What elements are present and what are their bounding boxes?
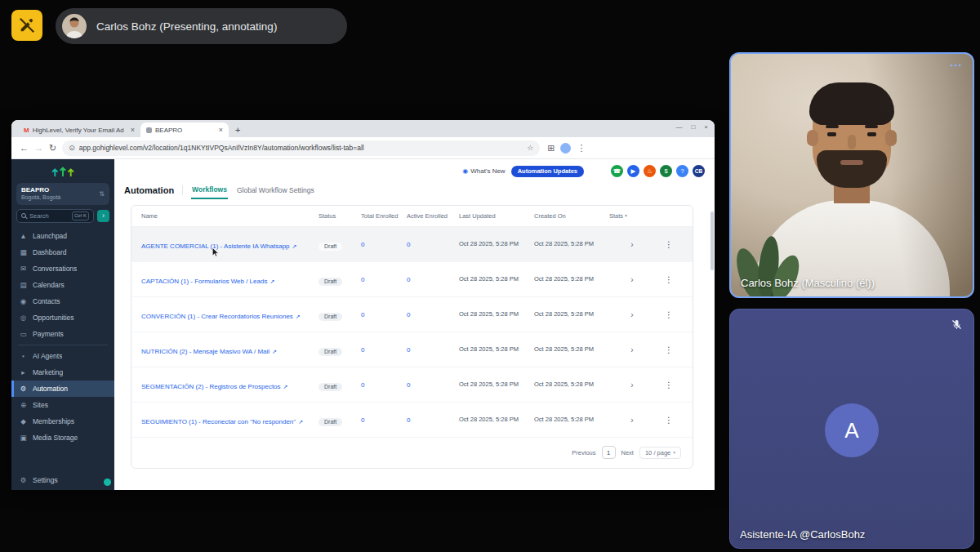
sidebar-item-launchpad[interactable]: ▲Launchpad <box>11 228 114 244</box>
workflow-name-link[interactable]: SEGUIMIENTO (1) - Reconectar con "No res… <box>141 418 296 425</box>
row-expand-chevron[interactable]: › <box>609 310 655 319</box>
sidebar-item-marketing[interactable]: ▸Marketing <box>11 364 114 381</box>
sidebar-item-memberships[interactable]: ◆Memberships <box>11 413 114 430</box>
profile-avatar[interactable]: CB <box>693 165 705 177</box>
table-row[interactable]: SEGMENTACIÓN (2) - Registros de Prospect… <box>131 367 693 403</box>
row-menu-icon[interactable]: ⋮ <box>655 310 683 319</box>
sidebar-item-settings[interactable]: ⚙ Settings <box>11 470 114 490</box>
sidebar-item-payments[interactable]: ▭Payments <box>11 326 114 342</box>
column-name[interactable]: Name <box>141 212 318 220</box>
account-switcher[interactable]: BEAPRO Bogotá, Bogotá ⇅ <box>16 183 109 205</box>
external-link-icon[interactable]: ↗ <box>283 384 288 390</box>
workflow-name-link[interactable]: AGENTE COMERCIAL (1) - Asistente IA What… <box>141 243 290 250</box>
phone-icon[interactable]: ☎ <box>611 165 623 177</box>
promotions-icon[interactable]: ♨ <box>644 165 656 177</box>
site-info-icon[interactable]: ⊙ <box>69 144 75 152</box>
column-created-on[interactable]: Created On <box>534 212 609 220</box>
whats-new-link[interactable]: ◉ What's New <box>462 167 505 175</box>
row-menu-icon[interactable]: ⋮ <box>655 275 683 284</box>
back-button[interactable]: ← <box>20 143 29 153</box>
row-menu-icon[interactable]: ⋮ <box>655 240 683 249</box>
scrollbar[interactable] <box>710 211 714 270</box>
workflow-name-link[interactable]: SEGMENTACIÓN (2) - Registros de Prospect… <box>141 383 281 390</box>
table-row[interactable]: CAPTACIÓN (1) - Formularios Web / Leads↗… <box>131 262 693 297</box>
close-window-button[interactable]: × <box>704 123 708 131</box>
external-link-icon[interactable]: ↗ <box>272 349 277 354</box>
row-expand-chevron[interactable]: › <box>609 381 655 390</box>
video-tile-asistente[interactable]: A Asistente-IA @CarlosBohz <box>729 309 974 549</box>
reload-button[interactable]: ↻ <box>49 143 56 154</box>
maximize-button[interactable]: □ <box>691 123 695 131</box>
workflow-name-link[interactable]: NUTRICIÓN (2) - Mensaje Masivo WA / Mail <box>141 348 270 355</box>
sidebar-item-calendars[interactable]: ▤Calendars <box>11 277 114 293</box>
presenter-bar[interactable]: Carlos Bohz (Presenting, annotating) <box>56 8 347 44</box>
mic-off-icon <box>951 318 963 331</box>
settings-icon: ⚙ <box>19 476 28 484</box>
external-link-icon[interactable]: ↗ <box>298 419 303 425</box>
forward-button[interactable]: → <box>34 143 43 153</box>
column-status[interactable]: Status <box>318 212 361 220</box>
workflow-name-link[interactable]: CAPTACIÓN (1) - Formularios Web / Leads <box>141 278 267 285</box>
row-expand-chevron[interactable]: › <box>609 275 655 284</box>
annotation-toggle-button[interactable] <box>11 10 42 41</box>
automation-updates-badge[interactable]: Automation Updates <box>511 166 584 177</box>
browser-tab-beapro[interactable]: BEAPRO × <box>140 122 229 137</box>
sidebar-item-conversations[interactable]: ✉Conversations <box>11 260 114 277</box>
external-link-icon[interactable]: ↗ <box>270 278 274 284</box>
sidebar-item-opportunities[interactable]: ◎Opportunities <box>11 309 114 326</box>
next-page-button[interactable]: Next <box>621 449 634 456</box>
column-last-updated[interactable]: Last Updated <box>459 212 534 220</box>
opportunities-icon: ◎ <box>19 314 28 322</box>
external-link-icon[interactable]: ↗ <box>292 243 297 249</box>
bookmark-star-icon[interactable]: ☆ <box>527 144 533 152</box>
column-total-enrolled[interactable]: Total Enrolled <box>361 212 407 220</box>
name-cell: SEGUIMIENTO (1) - Reconectar con "No res… <box>141 412 318 428</box>
external-link-icon[interactable]: ↗ <box>296 314 301 319</box>
row-menu-icon[interactable]: ⋮ <box>655 345 683 354</box>
previous-page-button[interactable]: Previous <box>572 449 595 456</box>
sidebar-item-label: Memberships <box>33 417 74 425</box>
table-row[interactable]: AGENTE COMERCIAL (1) - Asistente IA What… <box>131 227 693 262</box>
page-number[interactable]: 1 <box>602 446 616 459</box>
sidebar-item-ai-agents[interactable]: ⋆AI Agents <box>11 348 114 364</box>
sidebar-item-automation[interactable]: ⚙Automation <box>11 381 114 397</box>
table-row[interactable]: SEGUIMIENTO (1) - Reconectar con "No res… <box>131 403 693 438</box>
help-icon[interactable]: ? <box>676 165 688 177</box>
sidebar-item-dashboard[interactable]: ▦Dashboard <box>11 244 114 260</box>
table-row[interactable]: NUTRICIÓN (2) - Mensaje Masivo WA / Mail… <box>131 332 693 367</box>
row-menu-icon[interactable]: ⋮ <box>655 416 683 425</box>
new-tab-button[interactable]: + <box>235 125 240 135</box>
automation-icon: ⚙ <box>19 385 28 393</box>
row-menu-icon[interactable]: ⋮ <box>655 381 683 390</box>
search-input[interactable]: Search Ctrl K <box>16 209 94 223</box>
column-active-enrolled[interactable]: Active Enrolled <box>407 212 459 220</box>
row-expand-chevron[interactable]: › <box>609 345 655 354</box>
sidebar-toggle-button[interactable]: › <box>97 210 109 222</box>
close-tab-icon[interactable]: × <box>219 126 223 134</box>
column-stats[interactable]: Stats▾ <box>609 212 655 220</box>
browser-tab-gmail[interactable]: M HighLevel, Verify Your Email Ad × <box>18 122 140 137</box>
row-expand-chevron[interactable]: › <box>609 240 655 249</box>
sidebar-item-media-storage[interactable]: ▣Media Storage <box>11 430 114 446</box>
row-expand-chevron[interactable]: › <box>609 416 655 425</box>
sidebar-item-label: Opportunities <box>33 314 74 322</box>
sidebar-item-sites[interactable]: ⊕Sites <box>11 397 114 413</box>
contacts-icon: ◉ <box>19 297 28 305</box>
academy-icon[interactable]: ▶ <box>627 165 639 177</box>
address-bar[interactable]: ⊙ app.gohighlevel.com/v2/location/1q1NKY… <box>62 140 540 156</box>
close-tab-icon[interactable]: × <box>131 126 135 134</box>
per-page-select[interactable]: 10 / page▾ <box>639 447 681 459</box>
sidebar-item-contacts[interactable]: ◉Contacts <box>11 293 114 309</box>
caret-down-icon: ▾ <box>673 450 675 455</box>
table-row[interactable]: CONVERCIÓN (1) - Crear Recordatorios Reu… <box>131 297 693 332</box>
video-tile-carlos[interactable]: ⋯ Carlos Bohz (Masculino (él)) <box>729 52 974 298</box>
browser-menu-icon[interactable]: ⋮ <box>577 143 586 154</box>
tab-workflows[interactable]: Workflows <box>191 181 228 199</box>
tile-options-icon[interactable]: ⋯ <box>950 58 964 73</box>
workflow-name-link[interactable]: CONVERCIÓN (1) - Crear Recordatorios Reu… <box>141 313 293 320</box>
extensions-icon[interactable]: ⊞ <box>547 143 555 154</box>
rewards-icon[interactable]: $ <box>660 165 672 177</box>
tab-global-workflow-settings[interactable]: Global Workflow Settings <box>236 182 315 198</box>
minimize-button[interactable]: — <box>675 123 682 131</box>
browser-profile-avatar[interactable] <box>560 143 571 154</box>
